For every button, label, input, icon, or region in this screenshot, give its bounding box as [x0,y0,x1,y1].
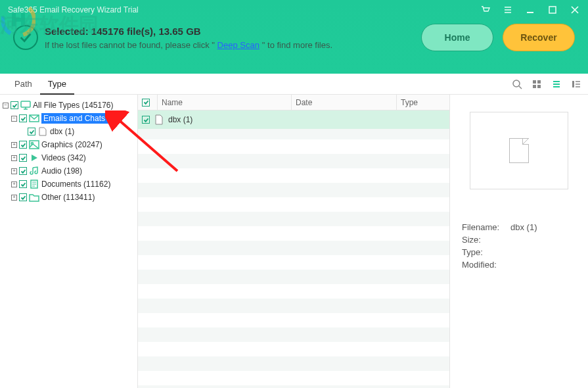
tree-root[interactable]: − All File Types (145176) [3,99,135,112]
tree-videos[interactable]: + Videos (342) [3,151,135,164]
minimize-icon[interactable] [525,5,535,15]
detail-icon[interactable] [571,79,581,89]
meta-filename: Filename: dbx (1) [462,222,576,232]
meta-modified: Modified: [462,260,576,270]
svg-rect-13 [572,81,574,87]
app-header: Safe365 Email Recovery Wizard Trial 河东软件… [0,0,588,74]
checkbox[interactable] [19,114,27,122]
checkbox[interactable] [19,141,27,149]
meta-size: Size: [462,235,576,245]
tree-label: Emails and Chats (1) [41,113,119,124]
hint-pre: If the lost files cannot be found, pleas… [45,40,217,50]
selected-summary: Selected: 145176 file(s), 13.65 GB [45,26,415,37]
meta-label: Filename: [462,222,510,232]
svg-rect-12 [537,85,541,88]
meta-label: Type: [462,247,510,257]
picture-icon [29,140,39,149]
header-info: Selected: 145176 file(s), 13.65 GB If th… [0,20,588,51]
monitor-icon [20,101,31,110]
list-header: Name Date Type [138,95,449,110]
audio-icon [29,166,39,176]
file-name: dbx (1) [168,115,192,124]
hint-post: " to find more files. [262,40,332,50]
maximize-icon[interactable] [547,5,558,15]
list-icon[interactable] [551,79,562,89]
spacer [20,129,26,135]
list-row[interactable]: dbx (1) [138,110,449,129]
checkbox[interactable] [19,193,27,201]
video-icon [29,153,39,162]
grid-icon[interactable] [531,79,542,89]
preview-pane: Filename: dbx (1) Size: Type: Modified: [450,95,588,388]
tree-graphics[interactable]: + Graphics (20247) [3,138,135,151]
mail-icon [29,114,39,123]
collapse-icon[interactable]: − [3,103,9,109]
list-body[interactable]: dbx (1) [138,110,449,388]
tree-documents[interactable]: + Documents (11162) [3,178,135,191]
header-text: Selected: 145176 file(s), 13.65 GB If th… [45,26,415,50]
svg-rect-0 [527,12,533,13]
tab-path[interactable]: Path [7,74,40,95]
watermark-logo [1,3,35,37]
file-icon [37,127,48,136]
menu-icon[interactable] [503,5,513,15]
checkbox[interactable] [142,116,150,124]
col-name[interactable]: Name [158,95,292,110]
close-icon[interactable] [570,5,580,15]
expand-icon[interactable]: + [11,182,17,187]
file-list-pane: Name Date Type dbx (1) [138,95,450,388]
tree-label: All File Types (145176) [33,101,114,110]
file-icon [154,114,164,125]
meta-type: Type: [462,247,576,257]
deep-scan-link[interactable]: Deep Scan [217,40,260,50]
tab-type[interactable]: Type [40,74,74,95]
expand-icon[interactable]: + [11,155,17,161]
search-icon[interactable] [512,79,522,89]
folder-icon [29,193,39,202]
checkbox[interactable] [19,180,27,188]
main-area: − All File Types (145176) − Emails and C… [0,95,588,388]
expand-icon[interactable]: + [11,168,17,174]
checkbox[interactable] [11,101,18,109]
col-date[interactable]: Date [292,95,397,110]
tree-label: Documents (11162) [41,180,110,189]
cart-icon[interactable] [480,5,491,15]
tree-label: Other (113411) [41,193,95,202]
tree-audio[interactable]: + Audio (198) [3,164,135,178]
tree-emails[interactable]: − Emails and Chats (1) [3,112,135,125]
expand-icon[interactable]: + [11,195,17,201]
expand-icon[interactable]: + [11,142,17,148]
tree-label: dbx (1) [50,127,74,136]
svg-rect-11 [533,85,536,88]
tree-label: Graphics (20247) [41,140,102,149]
recover-button[interactable]: Recover [503,24,575,51]
preview-thumbnail [470,112,568,189]
file-placeholder-icon [509,138,529,163]
svg-point-7 [513,80,520,87]
svg-line-8 [519,86,522,89]
tree-other[interactable]: + Other (113411) [3,191,135,204]
checkbox[interactable] [19,154,27,162]
collapse-icon[interactable]: − [11,116,17,122]
col-check[interactable] [138,95,158,110]
document-icon [29,180,39,189]
svg-rect-1 [549,7,556,13]
meta-value: dbx (1) [510,222,537,232]
svg-marker-18 [32,155,37,161]
hint-line: If the lost files cannot be found, pleas… [45,39,415,50]
title-bar: Safe365 Email Recovery Wizard Trial [0,0,588,20]
svg-rect-9 [533,80,536,84]
svg-rect-14 [21,101,30,107]
checkbox-all[interactable] [142,99,150,107]
window-controls [480,5,580,15]
checkbox[interactable] [19,167,27,175]
col-type[interactable]: Type [397,95,449,110]
checkbox[interactable] [28,128,35,135]
meta-label: Size: [462,235,510,245]
home-button[interactable]: Home [421,24,493,51]
tree-pane[interactable]: − All File Types (145176) − Emails and C… [0,95,138,388]
tree-dbx[interactable]: dbx (1) [3,125,135,138]
header-buttons: Home Recover [421,24,575,51]
toolbar: Path Type [0,74,588,95]
view-toolbar [512,79,581,89]
